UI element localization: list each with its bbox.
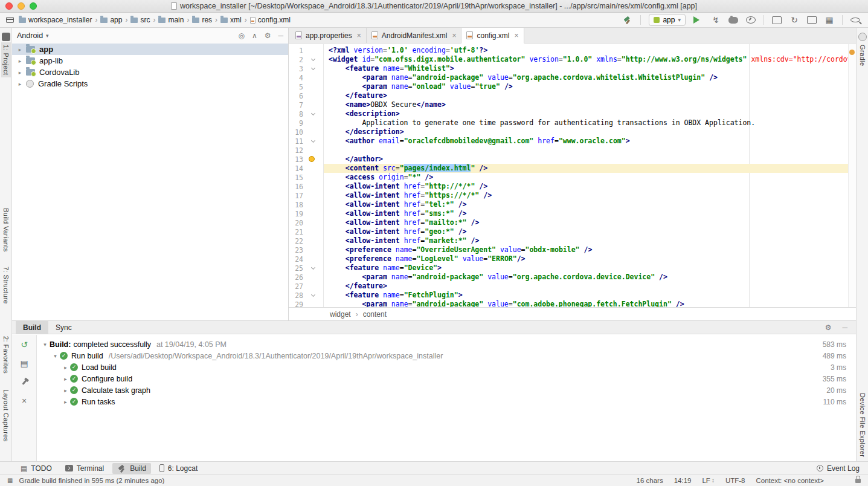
code-line[interactable]: <author email="oraclefcdbmobiledev@gmail…	[324, 137, 856, 146]
gutter-line[interactable]: 7	[289, 100, 323, 109]
build-row[interactable]: ▸✓Calculate task graph20 ms	[37, 384, 856, 396]
line-number[interactable]: 24	[289, 255, 303, 264]
fold-icon[interactable]	[311, 292, 315, 296]
gutter-line[interactable]: 23	[289, 245, 323, 254]
gutter-line[interactable]: 24	[289, 254, 323, 264]
code-line[interactable]	[324, 146, 856, 155]
gutter-line[interactable]: 28	[289, 291, 323, 300]
tree-item-app[interactable]: ▸app	[12, 44, 288, 55]
tool-stripe-button-build-variants[interactable]: Build Variants	[1, 206, 11, 254]
tool-window-button-6-logcat[interactable]: 6: Logcat	[155, 463, 202, 474]
file-encoding[interactable]: UTF-8	[725, 477, 745, 484]
gutter-line[interactable]: 15	[289, 173, 323, 182]
breadcrumb-element[interactable]: content	[363, 310, 387, 319]
build-panel-tab-sync[interactable]: Sync	[48, 321, 79, 334]
locate-file-icon[interactable]: ◎	[238, 32, 244, 39]
line-number[interactable]: 23	[289, 246, 303, 254]
gutter-line[interactable]: 12	[289, 146, 323, 155]
chevron-right-icon[interactable]: ▸	[61, 376, 70, 382]
gutter-line[interactable]: 17	[289, 191, 323, 200]
layout-inspector-icon[interactable]: ▦	[825, 15, 834, 25]
build-panel-tab-build[interactable]: Build	[16, 321, 48, 334]
code-line[interactable]: <allow-intent href="geo:*" />	[324, 227, 856, 236]
intention-bulb-icon[interactable]	[309, 156, 315, 162]
breadcrumb-item[interactable]: config.xml	[250, 16, 291, 24]
gutter-line[interactable]: 18	[289, 200, 323, 209]
breadcrumb-item[interactable]: src	[130, 16, 150, 24]
line-number[interactable]: 20	[289, 219, 303, 227]
fold-icon[interactable]	[311, 138, 315, 142]
line-number[interactable]: 2	[289, 56, 303, 64]
editor-tab-androidmanifest-xml[interactable]: AndroidManifest.xml×	[367, 28, 462, 43]
line-number[interactable]: 15	[289, 173, 303, 182]
line-number[interactable]: 27	[289, 282, 303, 291]
code-line[interactable]: <name>OBDX Secure</name>	[324, 100, 856, 109]
gutter-line[interactable]: 8	[289, 109, 323, 118]
line-number[interactable]: 7	[289, 101, 303, 109]
code-line[interactable]: <access origin="*" />	[324, 173, 856, 182]
minimize-window-button[interactable]	[18, 2, 25, 10]
chevron-down-icon[interactable]: ▾	[40, 342, 50, 348]
tree-item-app-lib[interactable]: ▸app-lib	[12, 55, 288, 66]
code-line[interactable]: <preference name="OverrideUserAgent" val…	[324, 245, 856, 254]
gutter-line[interactable]: 22	[289, 236, 323, 245]
code-line[interactable]: <content src="pages/index.html" />	[324, 164, 856, 173]
warning-marker[interactable]	[849, 50, 855, 55]
build-row[interactable]: ▸✓Load build3 ms	[37, 361, 856, 373]
tool-stripe-button-device-file-explorer[interactable]: Device File Explorer	[858, 390, 867, 459]
caret-position[interactable]: 14:19	[674, 477, 692, 484]
breadcrumb-item[interactable]: workspace_installer	[19, 16, 92, 24]
line-number[interactable]: 11	[289, 137, 303, 146]
line-number[interactable]: 29	[289, 300, 303, 308]
tool-stripe-button-2-favorites[interactable]: 2: Favorites	[1, 334, 11, 376]
line-number[interactable]: 5	[289, 83, 303, 91]
gutter-line[interactable]: 2	[289, 55, 323, 64]
tool-stripe-button-7-structure[interactable]: 7: Structure	[1, 264, 11, 306]
sync-project-icon[interactable]: ↻	[789, 15, 799, 25]
code-line[interactable]: <feature name="Device">	[324, 264, 856, 273]
line-number[interactable]: 28	[289, 291, 303, 300]
code-line[interactable]: <widget id="com.ofss.digx.mobile.authent…	[324, 55, 856, 64]
code-line[interactable]: </description>	[324, 128, 856, 137]
breadcrumb-item[interactable]: main	[158, 16, 184, 24]
code-line[interactable]: <allow-intent href="tel:*" />	[324, 200, 856, 209]
gutter-line[interactable]: 16	[289, 182, 323, 191]
build-row[interactable]: ▸✓Configure build355 ms	[37, 373, 856, 384]
fold-icon[interactable]	[311, 65, 315, 70]
tree-item-cordovalib[interactable]: ▸CordovaLib	[12, 66, 288, 78]
project-view-selector[interactable]: Android	[17, 31, 43, 40]
search-everywhere-icon[interactable]	[850, 18, 860, 22]
breadcrumb-item[interactable]: app	[100, 16, 122, 24]
code-line[interactable]: <allow-intent href="sms:*" />	[324, 209, 856, 218]
project-tool-icon[interactable]	[2, 33, 10, 41]
code-line[interactable]: <?xml version='1.0' encoding='utf-8'?>	[324, 46, 856, 55]
build-row[interactable]: ▸✓Run tasks110 ms	[37, 396, 856, 407]
line-number[interactable]: 21	[289, 228, 303, 236]
chevron-right-icon[interactable]: ▸	[61, 364, 70, 371]
line-number[interactable]: 22	[289, 237, 303, 245]
gutter-line[interactable]: 19	[289, 209, 323, 218]
zoom-window-button[interactable]	[30, 2, 37, 10]
line-number[interactable]: 4	[289, 74, 303, 82]
code-editor[interactable]: <?xml version='1.0' encoding='utf-8'?><w…	[324, 44, 856, 307]
gutter-line[interactable]: 11	[289, 137, 323, 146]
close-icon[interactable]: ×	[515, 31, 519, 40]
code-line[interactable]: <feature name="FetchPlugin">	[324, 291, 856, 300]
breadcrumb-element[interactable]: widget	[330, 310, 351, 319]
gutter-line[interactable]: 20	[289, 218, 323, 227]
line-number[interactable]: 25	[289, 264, 303, 273]
code-line[interactable]: <allow-intent href="http://*/*" />	[324, 182, 856, 191]
tool-window-button-terminal[interactable]: Terminal	[60, 463, 109, 474]
code-line[interactable]: <param name="android-package" value="org…	[324, 273, 856, 282]
editor-tab-config-xml[interactable]: config.xml×	[461, 28, 524, 44]
tree-item-gradle-scripts[interactable]: ▸Gradle Scripts	[12, 78, 288, 89]
build-settings-icon[interactable]: ⚙	[825, 324, 832, 331]
breadcrumb-item[interactable]: xml	[220, 16, 242, 24]
gutter-line[interactable]: 3	[289, 64, 323, 73]
line-number[interactable]: 13	[289, 155, 303, 164]
line-number[interactable]: 19	[289, 210, 303, 218]
gutter-line[interactable]: 29	[289, 300, 323, 307]
tool-window-button-todo[interactable]: ▤TODO	[16, 463, 57, 474]
settings-gear-icon[interactable]: ⚙	[265, 32, 271, 39]
line-number[interactable]: 18	[289, 201, 303, 209]
